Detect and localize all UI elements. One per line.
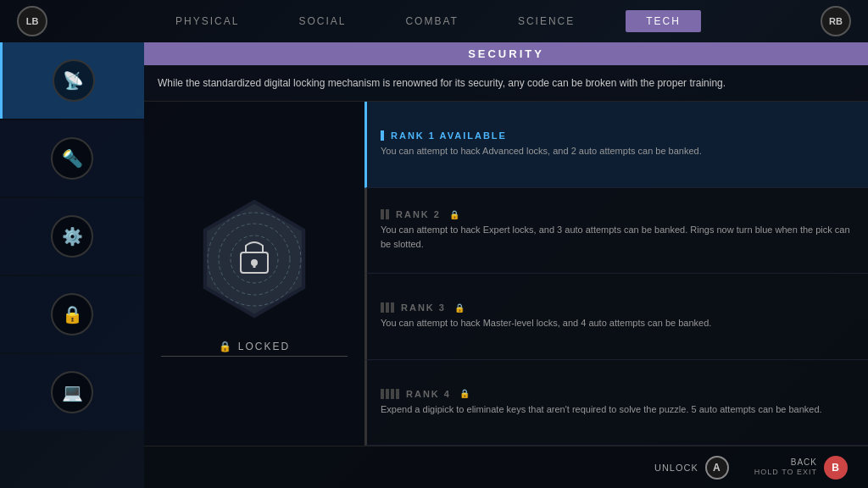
rank-desc-rank4: Expend a digipick to eliminate keys that…	[381, 402, 854, 417]
nav-tab-social[interactable]: SOCIAL	[290, 11, 354, 31]
sidebar-skill-icon-0: 📡	[53, 59, 95, 102]
sidebar-skill-icon-1: 🔦	[51, 137, 93, 180]
sidebar-item-item5[interactable]: 💻	[0, 354, 144, 430]
rank-item-rank2: RANK 2🔒You can attempt to hack Expert lo…	[364, 188, 868, 274]
skill-hex-inner	[199, 204, 309, 314]
rank-label-rank3: RANK 3	[401, 302, 446, 313]
skill-sidebar: 📡🔦⚙️🔒💻	[0, 42, 144, 446]
nav-tab-tech[interactable]: TECH	[626, 10, 701, 32]
back-action[interactable]: BACK HOLD TO EXIT B	[754, 456, 848, 480]
sidebar-item-item1[interactable]: 📡	[0, 42, 144, 119]
rank-desc-rank2: You can attempt to hack Expert locks, an…	[381, 223, 854, 251]
unlock-label: UNLOCK	[654, 463, 698, 473]
skill-description: While the standardized digital locking m…	[144, 65, 868, 102]
rank-label-rank4: RANK 4	[406, 389, 451, 399]
rank-desc-rank3: You can attempt to hack Master-level loc…	[381, 316, 854, 330]
lock-icon: 🔒	[219, 341, 233, 352]
rank-item-rank4: RANK 4🔒Expend a digipick to eliminate ke…	[364, 360, 868, 446]
nav-tab-physical[interactable]: PHYSICAL	[167, 11, 248, 31]
rank-header-rank2: RANK 2🔒	[381, 209, 854, 219]
sidebar-skill-icon-4: 💻	[51, 371, 93, 413]
locked-status: 🔒 LOCKED	[161, 341, 348, 357]
rank-header-rank4: RANK 4🔒	[381, 389, 854, 399]
rank-label-rank1: RANK 1 AVAILABLE	[391, 130, 507, 141]
nav-tab-combat[interactable]: COMBAT	[397, 11, 466, 31]
rank-item-rank1[interactable]: RANK 1 AVAILABLEYou can attempt to hack …	[364, 102, 868, 188]
rank-bars-rank1	[381, 130, 384, 141]
rank-lock-icon-rank3: 🔒	[454, 303, 465, 313]
rank-item-rank3: RANK 3🔒You can attempt to hack Master-le…	[364, 274, 868, 360]
skill-hex-container	[186, 191, 322, 327]
unlock-button[interactable]: A	[705, 456, 729, 480]
rank-header-rank1: RANK 1 AVAILABLE	[381, 130, 854, 141]
back-label: BACK HOLD TO EXIT	[754, 457, 817, 478]
rank-header-rank3: RANK 3🔒	[381, 302, 854, 313]
rank-label-rank2: RANK 2	[396, 209, 441, 219]
skill-title: SECURITY	[144, 42, 868, 65]
bottom-bar: UNLOCK A BACK HOLD TO EXIT B	[144, 446, 868, 488]
rank-desc-rank1: You can attempt to hack Advanced locks, …	[381, 144, 854, 158]
sidebar-item-item3[interactable]: ⚙️	[0, 198, 144, 274]
sidebar-item-item2[interactable]: 🔦	[0, 120, 144, 197]
rank-bars-rank3	[381, 302, 394, 313]
sidebar-skill-icon-2: ⚙️	[51, 215, 93, 258]
nav-tabs: PHYSICALSOCIALCOMBATSCIENCETECH	[0, 10, 868, 32]
sidebar-skill-icon-3: 🔒	[51, 293, 93, 336]
skill-hex-svg	[199, 204, 309, 314]
skill-content: 🔒 LOCKED RANK 1 AVAILABLEYou can attempt…	[144, 102, 868, 446]
rb-button[interactable]: RB	[821, 6, 851, 36]
rank-bars-rank2	[381, 209, 389, 219]
lb-button[interactable]: LB	[17, 6, 47, 36]
skill-image-area: 🔒 LOCKED	[144, 102, 364, 446]
ranks-panel: RANK 1 AVAILABLEYou can attempt to hack …	[364, 102, 868, 446]
nav-tab-science[interactable]: SCIENCE	[509, 11, 583, 31]
unlock-action[interactable]: UNLOCK A	[654, 456, 729, 480]
top-navigation: LB PHYSICALSOCIALCOMBATSCIENCETECH RB	[0, 0, 868, 42]
svg-rect-5	[253, 263, 256, 268]
rank-lock-icon-rank2: 🔒	[449, 210, 459, 219]
main-content: SECURITY While the standardized digital …	[144, 42, 868, 446]
skill-hex-shape	[195, 200, 314, 319]
rank-bars-rank4	[381, 389, 399, 399]
rank-lock-icon-rank4: 🔒	[459, 389, 470, 398]
sidebar-item-item4[interactable]: 🔒	[0, 276, 144, 352]
back-button[interactable]: B	[824, 456, 848, 480]
